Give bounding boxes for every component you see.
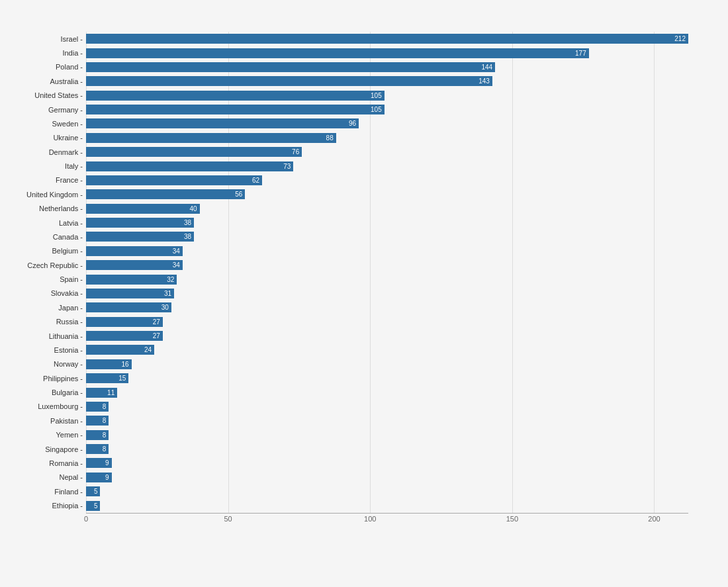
table-row: Italy -73	[86, 159, 688, 173]
grid-line	[228, 498, 229, 512]
grid-line	[512, 60, 513, 74]
bar-track: 8	[86, 428, 688, 442]
grid-line	[228, 216, 229, 230]
bar-track: 212	[86, 32, 688, 46]
bar-track: 15	[86, 371, 688, 385]
grid-line	[228, 343, 229, 357]
bar-fill: 34	[86, 260, 183, 270]
grid-line	[512, 202, 513, 216]
bar-value-label: 105	[371, 106, 385, 113]
bar-fill: 34	[86, 246, 183, 256]
bar-value-label: 143	[478, 77, 492, 85]
bar-track: 8	[86, 442, 688, 456]
bar-value-label: 27	[153, 332, 163, 339]
table-row: Estonia -24	[86, 343, 688, 357]
bar-value-label: 212	[674, 35, 688, 42]
grid-line	[370, 442, 371, 456]
bar-value-label: 8	[103, 403, 109, 410]
grid-line	[512, 145, 513, 159]
bar-track: 62	[86, 173, 688, 187]
bar-track: 34	[86, 258, 688, 272]
bar-track: 30	[86, 300, 688, 314]
grid-line	[370, 187, 371, 201]
grid-line	[370, 343, 371, 357]
bar-track: 27	[86, 315, 688, 329]
grid-line	[512, 428, 513, 442]
table-row: Philippines -15	[86, 371, 688, 385]
grid-line	[512, 484, 513, 498]
bar-track: 24	[86, 343, 688, 357]
bar-track: 32	[86, 272, 688, 286]
table-row: Romania -9	[86, 456, 688, 470]
grid-line	[654, 498, 655, 512]
country-label: Yemen -	[3, 431, 83, 439]
grid-line	[512, 187, 513, 201]
bar-fill: 105	[86, 105, 385, 114]
table-row: Yemen -8	[86, 428, 688, 442]
grid-line	[654, 131, 655, 145]
grid-line	[228, 244, 229, 258]
grid-line	[654, 343, 655, 357]
table-row: Sweden -96	[86, 116, 688, 130]
country-label: Romania -	[3, 459, 83, 467]
country-label: Latvia -	[3, 219, 83, 227]
grid-lines	[86, 400, 688, 414]
grid-line	[654, 357, 655, 371]
bar-value-label: 73	[283, 163, 293, 170]
bar-value-label: 9	[105, 474, 112, 481]
bar-fill: 212	[86, 34, 688, 44]
bar-value-label: 8	[103, 445, 109, 453]
country-label: Australia -	[3, 77, 83, 85]
table-row: Russia -27	[86, 315, 688, 329]
bar-fill: 16	[86, 359, 132, 369]
table-row: Japan -30	[86, 300, 688, 314]
table-row: Germany -105	[86, 103, 688, 116]
bar-track: 105	[86, 103, 688, 116]
country-label: Ethiopia -	[3, 502, 83, 510]
bar-track: 40	[86, 202, 688, 216]
country-label: Singapore -	[3, 445, 83, 453]
grid-line	[512, 385, 513, 399]
grid-line	[654, 187, 655, 201]
bar-value-label: 31	[164, 290, 174, 297]
bar-track: 73	[86, 159, 688, 173]
x-axis-container: 050100150200	[86, 513, 688, 533]
bar-value-label: 34	[173, 248, 183, 255]
grid-line	[370, 400, 371, 414]
grid-lines	[86, 442, 688, 456]
bar-value-label: 32	[167, 276, 177, 283]
grid-line	[370, 300, 371, 314]
grid-line	[370, 498, 371, 512]
grid-line	[370, 357, 371, 371]
table-row: Belgium -34	[86, 244, 688, 258]
grid-line	[654, 244, 655, 258]
bar-fill: 88	[86, 133, 336, 143]
bar-value-label: 38	[184, 233, 194, 240]
table-row: Bulgaria -11	[86, 385, 688, 399]
bar-value-label: 15	[118, 375, 128, 382]
bar-track: 8	[86, 414, 688, 428]
grid-line	[228, 442, 229, 456]
bar-value-label: 5	[94, 502, 101, 510]
bar-track: 11	[86, 385, 688, 399]
table-row: Ukraine -88	[86, 131, 688, 145]
grid-line	[512, 103, 513, 116]
bar-track: 16	[86, 357, 688, 371]
grid-line	[654, 230, 655, 244]
grid-line	[654, 484, 655, 498]
table-row: Netherlands -40	[86, 202, 688, 216]
country-label: Norway -	[3, 360, 83, 368]
grid-line	[654, 74, 655, 88]
bar-track: 31	[86, 287, 688, 300]
table-row: Spain -32	[86, 272, 688, 286]
grid-lines	[86, 371, 688, 385]
country-label: Sweden -	[3, 120, 83, 128]
grid-line	[370, 329, 371, 343]
bar-value-label: 8	[103, 417, 109, 424]
bar-track: 143	[86, 74, 688, 88]
country-label: Russia -	[3, 318, 83, 326]
grid-line	[654, 456, 655, 470]
grid-line	[228, 385, 229, 399]
bar-fill: 177	[86, 48, 589, 58]
country-label: Finland -	[3, 488, 83, 496]
